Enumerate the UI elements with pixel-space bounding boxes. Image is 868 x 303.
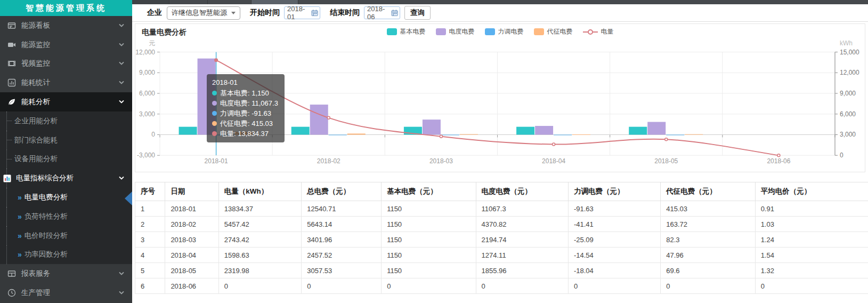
leaf-icon	[7, 98, 16, 106]
sidebar-item-video-monitor[interactable]: 视频监控	[0, 54, 132, 74]
sidebar-item-energy-analysis[interactable]: 能耗分析	[0, 92, 132, 111]
sidebar-item-label: 部门综合能耗	[14, 135, 132, 145]
table-cell: -25.09	[568, 232, 660, 248]
tooltip-row-text: 电量: 13,834.37	[220, 129, 269, 139]
sidebar-collapse-arrow[interactable]	[125, 192, 132, 205]
table-cell: 415.03	[661, 201, 755, 217]
table-cell: -18.04	[568, 263, 660, 278]
sidebar-item-label: 能耗分析	[21, 97, 118, 107]
tooltip-row: 代征电费: 415.03	[212, 118, 278, 129]
sidebar-item-device-energy-analysis[interactable]: 设备用能分析	[0, 150, 132, 169]
calendar-icon[interactable]	[391, 9, 398, 17]
chart-panel: 电量电费分析 基本电费电度电费力调电费代征电费电量 12,00015,0009,…	[135, 23, 865, 172]
svg-text:2018-06: 2018-06	[767, 157, 790, 165]
sidebar-item-label: 能耗统计	[21, 78, 118, 87]
tree-line	[6, 188, 7, 207]
chevron-down-icon[interactable]	[118, 79, 125, 86]
tooltip-row: 基本电费: 1,150	[212, 88, 278, 98]
clock-icon	[7, 289, 16, 297]
legend-item-基本电费[interactable]: 基本电费	[387, 27, 426, 36]
chevron-down-icon[interactable]	[118, 290, 125, 296]
legend-item-力调电费[interactable]: 力调电费	[485, 27, 524, 36]
start-time-label: 开始时间	[250, 8, 280, 18]
chevron-down-icon[interactable]	[118, 42, 125, 48]
chevron-down-icon[interactable]	[118, 22, 125, 29]
top-tab-segment[interactable]	[208, 0, 252, 4]
sidebar-item-energy-dashboard[interactable]: 能源看板	[0, 16, 132, 35]
sidebar-item-power-factor-analysis[interactable]: »功率因数分析	[0, 245, 132, 265]
svg-text:2018-04: 2018-04	[542, 157, 565, 165]
sidebar-item-energy-monitor[interactable]: 能源监控	[0, 35, 132, 54]
table-row: 32018-032743.423401.9611502194.74-25.098…	[135, 232, 868, 248]
query-button[interactable]: 查询	[404, 6, 431, 20]
double-arrow-icon: »	[18, 232, 22, 240]
stats-icon	[7, 78, 16, 87]
chevron-down-icon[interactable]	[118, 175, 125, 181]
svg-text:6,000: 6,000	[139, 90, 155, 97]
top-tab-segment[interactable]	[132, 0, 169, 4]
sidebar-item-department-energy[interactable]: 部门综合能耗	[0, 131, 132, 150]
svg-text:0: 0	[840, 152, 843, 159]
tooltip-row-text: 电度电费: 11,067.3	[220, 98, 278, 108]
table-cell: 0	[382, 278, 476, 294]
table-cell: 2018-03	[165, 232, 218, 248]
table-cell: 47.96	[661, 248, 755, 263]
svg-text:元: 元	[149, 39, 155, 47]
top-tab-segment[interactable]	[252, 0, 298, 4]
sidebar-item-load-characteristic-analysis[interactable]: »负荷特性分析	[0, 207, 132, 226]
svg-text:6,000: 6,000	[840, 110, 856, 118]
legend-label: 代征电费	[547, 27, 573, 36]
tree-line	[6, 245, 7, 265]
legend-swatch	[485, 28, 495, 35]
start-date-input[interactable]: 2018-01	[284, 6, 320, 19]
sidebar-item-label: 负荷特性分析	[25, 212, 132, 221]
top-tab-segment[interactable]	[169, 0, 208, 4]
app-title: 智慧能源管理系统	[0, 0, 132, 16]
company-select[interactable]: 许继信息智慧能源	[167, 6, 240, 20]
table-cell: 2018-02	[165, 217, 218, 232]
sidebar-item-label: 功率因数分析	[25, 250, 132, 259]
chevron-down-icon[interactable]	[118, 99, 125, 105]
column-header: 总电费（元）	[302, 182, 382, 201]
table-cell: 2018-04	[165, 248, 218, 263]
table-cell: 2	[135, 217, 165, 232]
top-tab-strip	[132, 0, 868, 4]
legend-item-电量[interactable]: 电量	[583, 27, 614, 36]
calendar-icon[interactable]	[311, 9, 318, 17]
sidebar-item-power-fee-analysis[interactable]: »电量电费分析	[0, 188, 132, 207]
column-header: 力调电费（元）	[568, 182, 660, 201]
legend-item-代征电费[interactable]: 代征电费	[534, 27, 573, 36]
sidebar-item-energy-stats[interactable]: 能耗统计	[0, 73, 132, 92]
company-select-value: 许继信息智慧能源	[172, 8, 227, 18]
svg-text:2018-05: 2018-05	[654, 157, 678, 165]
table-cell: 1150	[382, 217, 476, 232]
sidebar-item-production-management[interactable]: 生产管理	[0, 283, 132, 302]
sidebar-item-report-service[interactable]: 报表服务	[0, 264, 132, 283]
legend-item-电度电费[interactable]: 电度电费	[436, 27, 475, 36]
sidebar-item-enterprise-energy-analysis[interactable]: 企业用能分析	[0, 111, 132, 131]
end-date-input[interactable]: 2018-06	[364, 6, 400, 19]
table-cell: 3057.53	[302, 263, 382, 278]
table-cell: 1.54	[755, 248, 868, 263]
sidebar-item-label: 电量指标综合分析	[16, 173, 118, 183]
table-cell: 2194.74	[476, 232, 568, 248]
chevron-down-icon[interactable]	[118, 270, 125, 277]
power-fee-table: 序号日期电量（kWh）总电费（元）基本电费（元）电度电费（元）力调电费（元）代征…	[135, 182, 868, 294]
film-icon	[7, 59, 16, 68]
tooltip-title: 2018-01	[212, 77, 278, 87]
chevron-down-icon[interactable]	[118, 60, 125, 67]
legend-label: 电度电费	[449, 27, 475, 36]
svg-text:3,000: 3,000	[139, 110, 155, 118]
table-cell: 4370.82	[476, 217, 568, 232]
table-cell: 5643.14	[302, 217, 382, 232]
legend-label: 基本电费	[400, 27, 426, 36]
svg-text:-3,000: -3,000	[137, 152, 155, 159]
svg-text:12,000: 12,000	[135, 49, 155, 56]
table-cell: 1150	[382, 232, 476, 248]
sidebar-item-power-index-analysis[interactable]: 电量指标综合分析	[0, 169, 132, 188]
table-cell: 11067.3	[476, 201, 568, 217]
table-cell: 3401.96	[302, 232, 382, 248]
series-dot	[212, 101, 217, 106]
sidebar-item-price-period-analysis[interactable]: »电价时段分析	[0, 226, 132, 245]
sidebar-menu: 能源看板能源监控视频监控能耗统计能耗分析企业用能分析部门综合能耗设备用能分析电量…	[0, 16, 132, 302]
